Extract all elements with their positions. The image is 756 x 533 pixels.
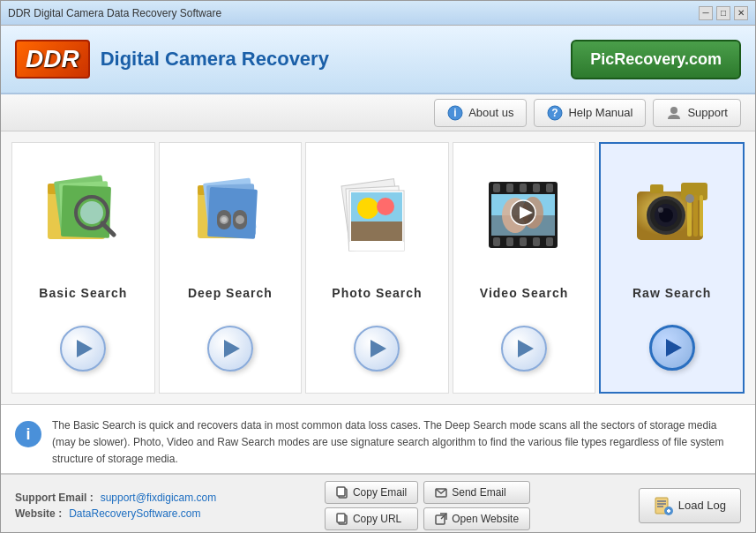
deep-search-item[interactable]: Deep Search (159, 142, 303, 394)
about-us-button[interactable]: i About us (434, 99, 527, 127)
svg-rect-71 (657, 503, 666, 505)
raw-search-play-button[interactable] (649, 325, 695, 371)
svg-rect-40 (520, 237, 527, 246)
header-left: DDR Digital Camera Recovery (15, 40, 329, 79)
svg-rect-59 (700, 195, 703, 236)
load-log-button[interactable]: Load Log (639, 488, 741, 523)
svg-line-68 (441, 514, 446, 519)
info-circle-icon: i (15, 421, 41, 447)
svg-point-30 (377, 198, 394, 215)
svg-rect-34 (506, 184, 513, 192)
photo-search-icon (337, 164, 416, 261)
load-log-icon (654, 496, 673, 515)
play-icon (77, 340, 93, 357)
info-icon: i (447, 105, 463, 121)
svg-point-56 (658, 207, 663, 213)
video-search-play-button[interactable] (501, 326, 547, 372)
basic-search-icon (43, 164, 123, 261)
svg-rect-35 (520, 184, 527, 192)
photo-search-play-button[interactable] (354, 326, 400, 372)
maximize-button[interactable]: □ (716, 6, 730, 20)
basic-search-item[interactable]: Basic Search (11, 142, 155, 394)
svg-rect-58 (693, 195, 698, 236)
svg-rect-61 (650, 184, 663, 193)
help-manual-button[interactable]: ? Help Manual (534, 99, 646, 127)
basic-search-label: Basic Search (39, 286, 127, 300)
external-link-icon (435, 513, 447, 525)
svg-rect-72 (657, 506, 663, 507)
video-search-item[interactable]: Video Search (453, 142, 596, 394)
svg-point-4 (670, 107, 677, 114)
svg-rect-70 (657, 500, 666, 502)
footer-action-buttons: Copy Email Copy URL Send Email (325, 481, 530, 530)
pic-recovery-button[interactable]: PicRecovery.com (571, 40, 741, 79)
person-icon (666, 105, 682, 121)
svg-rect-39 (506, 237, 513, 246)
support-button[interactable]: Support (653, 99, 741, 127)
app-title: Digital Camera Recovery (101, 48, 329, 71)
main-content: Basic Search Deep S (1, 131, 755, 405)
photo-search-item[interactable]: Photo Search (305, 142, 449, 394)
play-icon (518, 340, 534, 357)
video-search-label: Video Search (480, 286, 568, 300)
svg-rect-36 (533, 184, 540, 192)
copy-email-button[interactable]: Copy Email (325, 481, 418, 504)
minimize-button[interactable]: ─ (699, 6, 713, 20)
copy-icon (336, 513, 348, 525)
website-label: Website : (15, 507, 62, 520)
svg-rect-33 (493, 184, 500, 192)
copy-url-button[interactable]: Copy URL (325, 507, 418, 530)
question-icon: ? (547, 105, 563, 121)
deep-search-label: Deep Search (188, 286, 273, 300)
close-button[interactable]: ✕ (734, 6, 748, 20)
copy-icon (336, 486, 348, 499)
deep-search-icon (191, 164, 270, 261)
svg-rect-38 (493, 237, 500, 246)
basic-search-play-button[interactable] (60, 326, 106, 372)
svg-rect-37 (546, 184, 553, 192)
svg-text:i: i (453, 107, 456, 119)
info-section: i The Basic Search is quick and recovers… (1, 405, 755, 474)
photo-search-label: Photo Search (332, 286, 422, 300)
raw-search-icon (632, 165, 712, 262)
play-icon (371, 340, 386, 357)
header-right: PicRecovery.com (571, 40, 741, 79)
send-email-button[interactable]: Send Email (423, 481, 530, 504)
play-icon (666, 339, 682, 357)
support-email-label: Support Email : (15, 492, 94, 504)
email-icon (435, 486, 447, 499)
header: DDR Digital Camera Recovery PicRecovery.… (1, 26, 755, 94)
ddr-logo: DDR (15, 40, 90, 79)
svg-text:?: ? (552, 107, 558, 119)
footer: Support Email : support@fixdigicam.com W… (1, 474, 755, 533)
svg-rect-17 (207, 187, 258, 239)
titlebar-title: DDR Digital Camera Data Recovery Softwar… (8, 7, 221, 19)
footer-email-row: Support Email : support@fixdigicam.com (15, 492, 216, 504)
svg-point-60 (685, 194, 694, 203)
svg-rect-42 (546, 237, 553, 246)
info-text: The Basic Search is quick and recovers d… (52, 417, 741, 469)
svg-point-29 (357, 198, 378, 219)
raw-search-item[interactable]: Raw Search (599, 142, 745, 394)
deep-search-play-button[interactable] (207, 326, 253, 372)
open-website-button[interactable]: Open Website (423, 507, 530, 530)
svg-point-23 (220, 215, 228, 224)
video-search-icon (484, 164, 564, 261)
svg-point-22 (236, 215, 244, 224)
titlebar-controls: ─ □ ✕ (699, 6, 748, 20)
svg-rect-63 (337, 487, 345, 496)
svg-rect-65 (337, 514, 345, 522)
svg-rect-28 (351, 221, 402, 241)
svg-rect-31 (349, 242, 404, 251)
support-email-link[interactable]: support@fixdigicam.com (101, 492, 217, 504)
titlebar: DDR Digital Camera Data Recovery Softwar… (1, 1, 755, 26)
website-url-link[interactable]: DataRecoverySoftware.com (69, 507, 200, 520)
footer-website-row: Website : DataRecoverySoftware.com (15, 507, 216, 520)
svg-point-11 (80, 201, 103, 224)
footer-contact: Support Email : support@fixdigicam.com W… (15, 492, 216, 520)
play-icon (224, 340, 240, 357)
raw-search-label: Raw Search (632, 286, 711, 300)
svg-rect-41 (533, 237, 540, 246)
navbar: i About us ? Help Manual Support (1, 94, 755, 131)
